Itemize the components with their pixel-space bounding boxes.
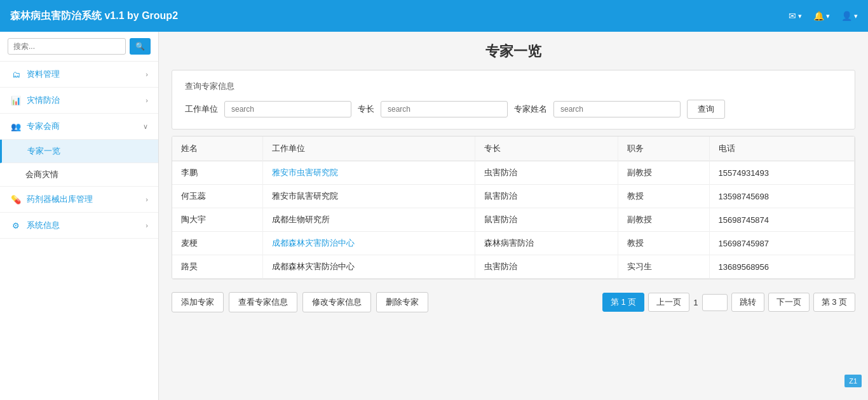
- sidebar-search-area: 🔍: [0, 32, 158, 62]
- data-mgmt-icon: 🗂: [10, 69, 22, 80]
- cell-phone-3: 15698745987: [709, 232, 854, 255]
- jump-button[interactable]: 跳转: [731, 293, 764, 312]
- sidebar-item-expert[interactable]: 👥 专家会商 ∨: [0, 114, 158, 140]
- query-input-unit[interactable]: [224, 101, 351, 117]
- col-header-unit: 工作单位: [262, 137, 475, 161]
- cell-specialty-1: 鼠害防治: [475, 185, 618, 208]
- sidebar-item-expert-list[interactable]: 专家一览: [0, 140, 158, 163]
- sidebar-item-sysinfo[interactable]: ⚙ 系统信息 ›: [0, 213, 158, 239]
- sidebar-item-expert-consult[interactable]: 会商灾情: [0, 163, 158, 187]
- table-row: 路昊 成都森林灾害防治中心 虫害防治 实习生 13689568956: [172, 255, 855, 279]
- sysinfo-icon: ⚙: [10, 220, 22, 231]
- query-panel-title: 查询专家信息: [185, 81, 842, 92]
- cell-position-4: 实习生: [618, 255, 709, 279]
- cell-unit-2: 成都生物研究所: [262, 208, 475, 232]
- table-row: 李鹏 雅安市虫害研究院 虫害防治 副教授 15574931493: [172, 161, 855, 185]
- cell-unit-3: 成都森林灾害防治中心: [262, 232, 475, 255]
- corner-badge: Z1: [844, 375, 862, 387]
- bell-chevron: ▾: [826, 12, 830, 20]
- sidebar-disaster-label: 灾情防治: [27, 95, 60, 106]
- sidebar-sysinfo-label: 系统信息: [27, 220, 60, 231]
- cell-name-1: 何玉蕊: [172, 185, 262, 208]
- sidebar: 🔍 🗂 资料管理 › 📊 灾情防治 › 👥 专家会商 ∨: [0, 32, 159, 400]
- sidebar-item-disaster[interactable]: 📊 灾情防治 ›: [0, 88, 158, 114]
- data-mgmt-chevron: ›: [146, 70, 148, 78]
- cell-phone-0: 15574931493: [709, 161, 854, 185]
- cell-specialty-4: 虫害防治: [475, 255, 618, 279]
- sidebar-search-button[interactable]: 🔍: [130, 38, 151, 55]
- disaster-chevron: ›: [146, 97, 148, 104]
- cell-name-0: 李鹏: [172, 161, 262, 185]
- cell-unit-1: 雅安市鼠害研究院: [262, 185, 475, 208]
- email-icon: ✉: [789, 11, 796, 21]
- expert-icon: 👥: [10, 121, 22, 132]
- user-chevron: ▾: [854, 12, 858, 20]
- expert-table: 姓名 工作单位 专长 职务 电话 李鹏 雅安市虫害研究院 虫害防治 副教授 15…: [172, 137, 855, 279]
- disaster-icon: 📊: [10, 95, 22, 106]
- query-panel: 查询专家信息 工作单位 专长 专家姓名 查询: [172, 70, 855, 130]
- bell-icon: 🔔: [813, 11, 824, 21]
- next-page-button[interactable]: 下一页: [768, 293, 810, 312]
- cell-phone-1: 13598745698: [709, 185, 854, 208]
- sidebar-item-data-mgmt[interactable]: 🗂 资料管理 ›: [0, 62, 158, 88]
- cell-position-1: 教授: [618, 185, 709, 208]
- table-row: 麦梗 成都森林灾害防治中心 森林病害防治 教授 15698745987: [172, 232, 855, 255]
- cell-phone-2: 15698745874: [709, 208, 854, 232]
- main-content: 专家一览 查询专家信息 工作单位 专长 专家姓名 查询 姓名 工作单位: [159, 32, 868, 400]
- cell-position-2: 副教授: [618, 208, 709, 232]
- table-row: 陶大宇 成都生物研究所 鼠害防治 副教授 15698745874: [172, 208, 855, 232]
- sidebar-search-input[interactable]: [8, 38, 126, 55]
- unit-link-3[interactable]: 成都森林灾害防治中心: [272, 238, 355, 248]
- cell-specialty-2: 鼠害防治: [475, 208, 618, 232]
- search-icon: 🔍: [135, 42, 145, 51]
- sidebar-item-medicine[interactable]: 💊 药剂器械出库管理 ›: [0, 187, 158, 213]
- cell-specialty-0: 虫害防治: [475, 161, 618, 185]
- main-layout: 🔍 🗂 资料管理 › 📊 灾情防治 › 👥 专家会商 ∨: [0, 32, 868, 400]
- query-button[interactable]: 查询: [687, 100, 725, 119]
- page-jump-input[interactable]: [702, 294, 728, 311]
- edit-expert-button[interactable]: 修改专家信息: [302, 292, 371, 312]
- last-page-button[interactable]: 第 3 页: [813, 293, 855, 312]
- expert-list-label: 专家一览: [27, 145, 60, 157]
- page-title: 专家一览: [172, 42, 855, 61]
- table-row: 何玉蕊 雅安市鼠害研究院 鼠害防治 教授 13598745698: [172, 185, 855, 208]
- action-bar: 添加专家 查看专家信息 修改专家信息 删除专家 第 1 页 上一页 1 跳转 下…: [172, 286, 855, 314]
- sidebar-medicine-label: 药剂器械出库管理: [27, 194, 93, 205]
- query-label-unit: 工作单位: [185, 103, 218, 115]
- user-icon: 👤: [841, 11, 852, 21]
- email-chevron: ▾: [798, 12, 802, 20]
- sidebar-data-mgmt-label: 资料管理: [27, 69, 60, 80]
- cell-phone-4: 13689568956: [709, 255, 854, 279]
- query-input-specialty[interactable]: [381, 101, 508, 117]
- delete-expert-button[interactable]: 删除专家: [376, 292, 428, 312]
- medicine-chevron: ›: [146, 196, 148, 203]
- table-header-row: 姓名 工作单位 专长 职务 电话: [172, 137, 855, 161]
- unit-link-0[interactable]: 雅安市虫害研究院: [272, 168, 338, 177]
- query-row: 工作单位 专长 专家姓名 查询: [185, 100, 842, 119]
- cell-unit-4: 成都森林灾害防治中心: [262, 255, 475, 279]
- query-input-name[interactable]: [553, 101, 681, 117]
- pagination: 第 1 页 上一页 1 跳转 下一页 第 3 页: [602, 293, 855, 312]
- bell-button[interactable]: 🔔 ▾: [813, 11, 830, 21]
- sidebar-expert-label: 专家会商: [27, 121, 60, 132]
- cell-name-3: 麦梗: [172, 232, 262, 255]
- expert-chevron: ∨: [143, 123, 148, 131]
- col-header-specialty: 专长: [475, 137, 618, 161]
- top-nav-icons: ✉ ▾ 🔔 ▾ 👤 ▾: [789, 11, 858, 21]
- prev-page-button[interactable]: 上一页: [648, 293, 689, 312]
- user-button[interactable]: 👤 ▾: [841, 11, 858, 21]
- cell-unit-0: 雅安市虫害研究院: [262, 161, 475, 185]
- cell-specialty-3: 森林病害防治: [475, 232, 618, 255]
- query-label-specialty: 专长: [358, 103, 374, 115]
- query-label-name: 专家姓名: [514, 103, 547, 115]
- cell-position-3: 教授: [618, 232, 709, 255]
- email-button[interactable]: ✉ ▾: [789, 11, 802, 21]
- cell-name-2: 陶大宇: [172, 208, 262, 232]
- col-header-name: 姓名: [172, 137, 262, 161]
- medicine-icon: 💊: [10, 194, 22, 205]
- current-page-button[interactable]: 第 1 页: [602, 293, 644, 312]
- view-expert-button[interactable]: 查看专家信息: [229, 292, 297, 312]
- add-expert-button[interactable]: 添加专家: [172, 292, 224, 312]
- app-title: 森林病虫害防治系统 v1.1 by Group2: [10, 10, 789, 23]
- cell-position-0: 副教授: [618, 161, 709, 185]
